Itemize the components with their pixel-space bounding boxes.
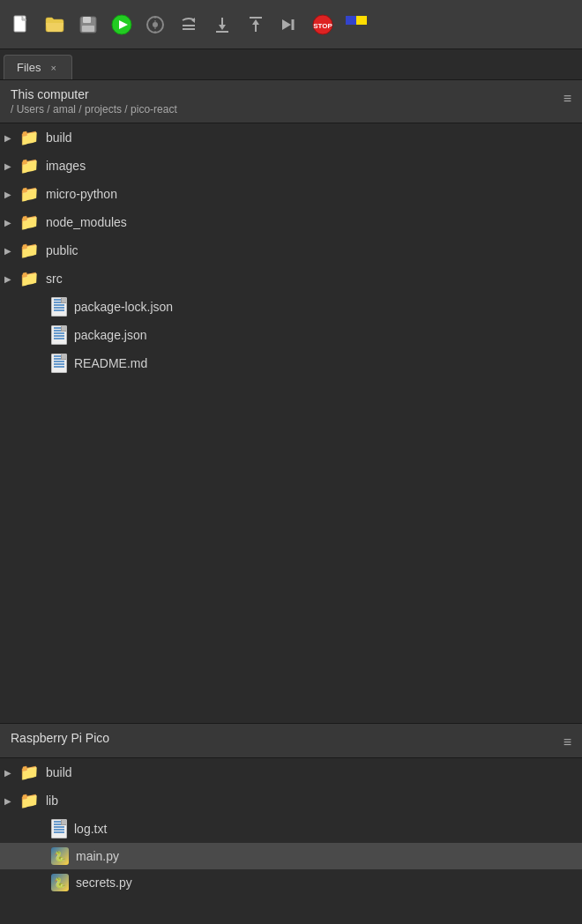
folder-icon: 📁 — [19, 269, 39, 288]
svg-rect-3 — [82, 26, 94, 32]
svg-marker-18 — [282, 19, 291, 30]
tab-label: Files — [17, 61, 41, 74]
svg-marker-13 — [219, 25, 226, 30]
list-item[interactable]: ▶ 📁 micro-python — [0, 180, 582, 208]
document-icon — [51, 325, 67, 345]
bottom-panel-file-list: ▶ 📁 build ▶ 📁 lib log.txt 🐍 main.py 🐍 se… — [0, 758, 582, 924]
expand-arrow-icon[interactable]: ▶ — [0, 186, 16, 202]
save-icon[interactable] — [74, 11, 102, 39]
svg-point-8 — [153, 22, 158, 27]
list-item[interactable]: ▶ 📁 images — [0, 152, 582, 180]
list-item[interactable]: ▶ 📁 build — [0, 123, 582, 152]
top-panel: This computer / Users / amal / projects … — [0, 79, 582, 723]
stop-icon[interactable]: STOP — [309, 11, 337, 39]
step-out-icon[interactable] — [242, 11, 270, 39]
debug-icon[interactable] — [141, 11, 169, 39]
file-name: main.py — [76, 849, 119, 863]
file-name: public — [46, 243, 78, 257]
document-icon — [51, 819, 67, 838]
expand-arrow-icon[interactable]: ▶ — [0, 158, 16, 174]
document-icon — [51, 354, 67, 373]
svg-marker-16 — [252, 19, 259, 25]
svg-text:STOP: STOP — [313, 22, 332, 30]
list-item[interactable]: package.json — [0, 321, 582, 349]
list-item[interactable]: ▶ 📁 node_modules — [0, 208, 582, 236]
file-name: build — [46, 130, 72, 145]
bottom-panel-header: Raspberry Pi Pico ≡ — [0, 723, 582, 758]
file-name: micro-python — [46, 187, 117, 201]
folder-icon: 📁 — [19, 156, 39, 175]
tab-bar: Files × — [0, 49, 582, 79]
top-panel-header: This computer / Users / amal / projects … — [0, 79, 582, 123]
document-icon — [51, 297, 67, 317]
python-icon: 🐍 — [51, 874, 69, 891]
bottom-panel-menu-icon[interactable]: ≡ — [563, 734, 571, 750]
top-panel-title: This computer — [11, 87, 177, 101]
folder-icon: 📁 — [19, 241, 39, 260]
file-name: lib — [46, 794, 58, 808]
list-item[interactable]: ▶ 📁 build — [0, 758, 582, 786]
file-name: secrets.py — [76, 876, 132, 890]
folder-icon: 📁 — [19, 128, 39, 147]
file-name: package-lock.json — [74, 300, 173, 314]
new-file-icon[interactable] — [7, 11, 35, 39]
folder-icon: 📁 — [19, 763, 39, 782]
file-name: node_modules — [46, 215, 127, 229]
expand-arrow-icon[interactable]: ▶ — [0, 271, 16, 287]
list-item[interactable]: ▶ 📁 src — [0, 265, 582, 293]
top-panel-file-list: ▶ 📁 build ▶ 📁 images ▶ 📁 micro-python ▶ … — [0, 123, 582, 723]
list-item[interactable]: ▶ 📁 lib — [0, 786, 582, 815]
expand-arrow-icon[interactable]: ▶ — [0, 242, 16, 258]
toolbar: STOP — [0, 0, 582, 49]
svg-rect-23 — [356, 16, 367, 25]
file-name: images — [46, 159, 86, 173]
list-item[interactable]: README.md — [0, 349, 582, 377]
list-item[interactable]: 🐍 secrets.py — [0, 869, 582, 896]
bottom-panel: Raspberry Pi Pico ≡ ▶ 📁 build ▶ 📁 lib lo… — [0, 723, 582, 924]
svg-rect-2 — [83, 17, 91, 23]
top-panel-menu-icon[interactable]: ≡ — [563, 91, 571, 107]
step-into-icon[interactable] — [208, 11, 236, 39]
expand-arrow-icon[interactable]: ▶ — [0, 214, 16, 230]
tab-close-button[interactable]: × — [48, 62, 58, 74]
list-item[interactable]: 🐍 main.py — [0, 843, 582, 869]
file-name: README.md — [74, 356, 147, 370]
list-item[interactable]: package-lock.json — [0, 293, 582, 321]
svg-rect-22 — [346, 16, 356, 25]
list-item[interactable]: log.txt — [0, 815, 582, 843]
files-tab[interactable]: Files × — [4, 55, 72, 79]
file-name: src — [46, 272, 63, 286]
expand-arrow-icon[interactable]: ▶ — [0, 764, 16, 780]
file-name: package.json — [74, 328, 147, 342]
expand-arrow-icon[interactable]: ▶ — [0, 130, 16, 145]
expand-arrow-icon[interactable]: ▶ — [0, 793, 16, 808]
continue-icon[interactable] — [275, 11, 303, 39]
step-over-icon[interactable] — [175, 11, 203, 39]
run-icon[interactable] — [108, 11, 136, 39]
file-name: build — [46, 765, 72, 779]
top-panel-info: This computer / Users / amal / projects … — [11, 87, 177, 116]
folder-icon: 📁 — [19, 184, 39, 204]
bottom-panel-title: Raspberry Pi Pico — [11, 731, 109, 745]
file-name: log.txt — [74, 822, 107, 836]
open-folder-icon[interactable] — [41, 11, 69, 39]
top-panel-path: / Users / amal / projects / pico-react — [11, 103, 177, 116]
flag-icon[interactable] — [342, 11, 370, 39]
folder-icon: 📁 — [19, 212, 39, 232]
python-icon: 🐍 — [51, 847, 69, 865]
folder-icon: 📁 — [19, 791, 39, 810]
list-item[interactable]: ▶ 📁 public — [0, 236, 582, 265]
